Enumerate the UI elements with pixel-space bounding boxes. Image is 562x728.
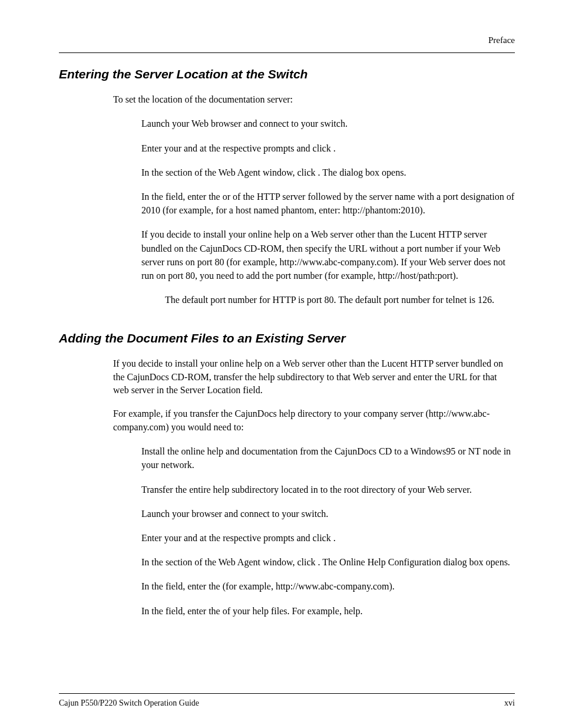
text: In the <box>141 192 166 202</box>
text: at the respective prompts and click <box>200 143 333 153</box>
s1-note: The default port number for HTTP is port… <box>165 293 515 307</box>
text: . The <box>318 167 340 177</box>
text: field, enter the <box>166 192 223 202</box>
s1-step2: Enter your and at the respective prompts… <box>141 141 515 155</box>
text: of your help files. For example, help. <box>223 606 363 616</box>
s2-step1: Install the online help and documentatio… <box>141 444 515 472</box>
text: or <box>223 192 233 202</box>
text: In the <box>141 167 166 177</box>
section1-title: Entering the Server Location at the Swit… <box>59 67 515 81</box>
s2-step2: Transfer the entire help subdirectory lo… <box>141 483 515 496</box>
text: section of the Web Agent window, click <box>166 557 318 567</box>
text: Transfer the entire help subdirectory lo… <box>141 485 320 495</box>
text: In the <box>141 606 166 616</box>
s2-step7: In the field, enter the of your help fil… <box>141 604 515 618</box>
text: In the <box>141 557 166 567</box>
page-footer: Cajun P550/P220 Switch Operation Guide x… <box>59 693 515 708</box>
text: Enter your <box>141 143 184 153</box>
text: In the <box>141 581 166 591</box>
s1-step4: In the field, enter the or of the HTTP s… <box>141 190 515 217</box>
text: and <box>184 533 200 543</box>
text: Enter your <box>141 533 184 543</box>
s2-step6: In the field, enter the (for example, ht… <box>141 579 515 593</box>
section1-intro: To set the location of the documentation… <box>113 93 515 106</box>
text: . <box>333 143 336 153</box>
text: and <box>184 143 200 153</box>
section2-intro1: If you decide to install your online hel… <box>113 357 515 397</box>
footer-rule <box>59 693 515 694</box>
text: section of the Web Agent window, click <box>166 167 318 177</box>
text: to the root directory of your Web server… <box>320 485 472 495</box>
text: (for example, http://www.abc-company.com… <box>223 581 395 591</box>
text: dialog box opens. <box>339 167 406 177</box>
s2-step5: In the section of the Web Agent window, … <box>141 555 515 569</box>
s2-step4: Enter your and at the respective prompts… <box>141 531 515 545</box>
section2-title: Adding the Document Files to an Existing… <box>59 331 515 345</box>
s1-step5: If you decide to install your online hel… <box>141 228 515 282</box>
footer-page-number: xvi <box>504 699 515 708</box>
top-rule <box>59 52 515 53</box>
section2-intro2: For example, if you transfer the CajunDo… <box>113 407 515 434</box>
text: at the respective prompts and click <box>200 533 333 543</box>
text: . <box>333 533 336 543</box>
text: field, enter the <box>166 606 223 616</box>
text: . The Online Help Configuration dialog b… <box>318 557 510 567</box>
text: field, enter the <box>166 581 223 591</box>
header-right-label: Preface <box>59 35 515 45</box>
s1-step3: In the section of the Web Agent window, … <box>141 166 515 179</box>
s2-step3: Launch your browser and connect to your … <box>141 507 515 521</box>
s1-step1: Launch your Web browser and connect to y… <box>141 117 515 130</box>
footer-left: Cajun P550/P220 Switch Operation Guide <box>59 699 199 708</box>
